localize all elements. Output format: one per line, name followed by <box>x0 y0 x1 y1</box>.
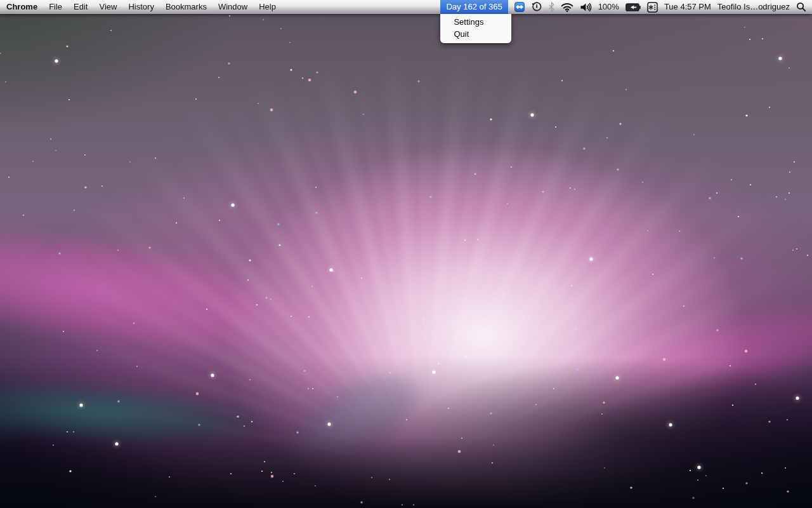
menu-bar-clock[interactable]: Tue 4:57 PM <box>664 0 711 14</box>
menu-view[interactable]: View <box>93 0 122 14</box>
app-menu-chrome[interactable]: Chrome <box>1 0 43 14</box>
menu-history[interactable]: History <box>122 0 159 14</box>
time-machine-icon[interactable] <box>531 0 542 14</box>
menu-help[interactable]: Help <box>253 0 282 14</box>
day-counter-dropdown: Settings Quit <box>440 14 511 43</box>
input-menu-icon[interactable] <box>647 0 658 14</box>
menu-bookmarks[interactable]: Bookmarks <box>160 0 213 14</box>
menu-bar: Chrome File Edit View History Bookmarks … <box>0 0 812 14</box>
menu-item-quit[interactable]: Quit <box>440 28 511 40</box>
menu-item-settings[interactable]: Settings <box>440 16 511 28</box>
desktop-wallpaper <box>0 0 812 508</box>
teamviewer-icon[interactable] <box>514 0 525 14</box>
volume-icon[interactable] <box>580 0 592 14</box>
user-switch-menu[interactable]: Teofilo Is…odriguez <box>717 0 790 14</box>
menu-bar-status-area: Day 162 of 365 Settings Quit <box>440 0 812 14</box>
wifi-icon[interactable] <box>561 0 573 14</box>
bluetooth-icon[interactable] <box>549 0 554 14</box>
day-counter-menu-extra[interactable]: Day 162 of 365 Settings Quit <box>440 0 508 14</box>
menu-bar-left: Chrome File Edit View History Bookmarks … <box>0 0 282 14</box>
battery-icon[interactable] <box>625 0 641 14</box>
aurora-dark-vignette <box>0 0 812 508</box>
day-counter-label[interactable]: Day 162 of 365 <box>440 0 508 14</box>
menu-edit[interactable]: Edit <box>68 0 93 14</box>
menu-window[interactable]: Window <box>213 0 253 14</box>
battery-percentage: 100% <box>598 0 619 14</box>
spotlight-icon[interactable] <box>796 0 806 14</box>
menu-file[interactable]: File <box>43 0 68 14</box>
